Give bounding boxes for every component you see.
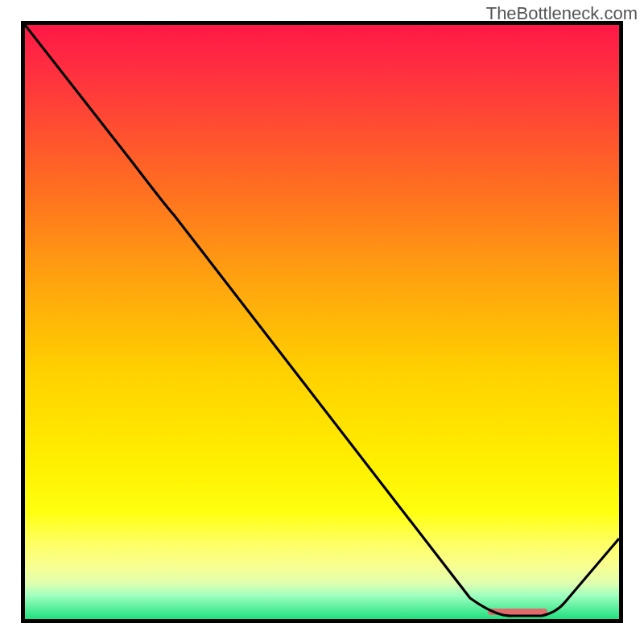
chart-line (25, 25, 619, 616)
chart-svg (25, 25, 619, 619)
chart-area (21, 21, 623, 623)
watermark-text: TheBottleneck.com (486, 3, 638, 24)
